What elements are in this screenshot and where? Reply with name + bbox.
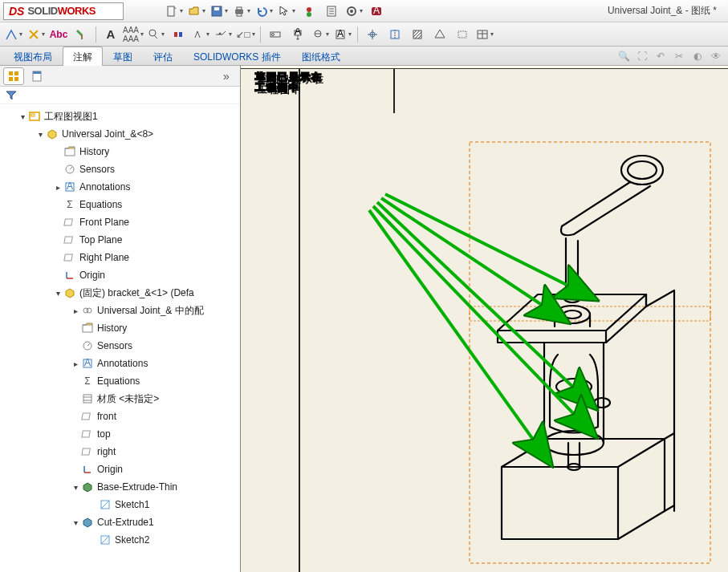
linear-pattern-button[interactable]: AAAAAA	[123, 25, 144, 44]
hide-show-icon[interactable]: 👁	[707, 48, 725, 64]
print-button[interactable]	[231, 2, 252, 20]
datum-target-button[interactable]	[310, 25, 331, 44]
options-button[interactable]	[344, 2, 364, 20]
select-button[interactable]	[276, 2, 297, 20]
tree-annotations[interactable]: ▸AAnnotations	[0, 178, 240, 196]
access-db-icon[interactable]: A	[366, 2, 387, 20]
svg-point-13	[350, 10, 353, 13]
tree-sensors2[interactable]: Sensors	[0, 337, 240, 355]
svg-rect-53	[65, 148, 75, 156]
display-style-icon[interactable]: ◐	[689, 48, 706, 64]
new-button[interactable]	[164, 2, 185, 20]
tree-mates[interactable]: ▸Universal Joint_& 中的配	[0, 302, 240, 319]
svg-rect-2	[214, 7, 219, 10]
tree-sketch1[interactable]: Sketch1	[0, 496, 240, 513]
file-properties-button[interactable]	[321, 2, 342, 20]
svg-point-7	[307, 12, 311, 17]
svg-point-23	[272, 33, 275, 35]
tree-assembly[interactable]: ▾Universal Joint_&<8>	[0, 125, 240, 143]
property-manager-tab[interactable]	[26, 67, 47, 85]
svg-rect-76	[82, 431, 90, 437]
tree-root[interactable]: ▾工程图视图1	[0, 108, 240, 125]
tab-evaluate[interactable]: 评估	[143, 47, 183, 66]
balloon-button[interactable]	[145, 25, 166, 44]
centermark-button[interactable]	[362, 25, 383, 44]
app-logo: DS SOLIDWORKS	[3, 2, 124, 20]
expand-tree-button[interactable]: »	[216, 67, 237, 85]
tree-equations2[interactable]: ΣEquations	[0, 372, 240, 390]
tab-annotate[interactable]: 注解	[63, 47, 103, 66]
undo-button[interactable]	[254, 2, 275, 20]
svg-line-99	[369, 210, 550, 463]
smart-dimension-button[interactable]	[3, 25, 24, 44]
prev-view-icon[interactable]: ↶	[652, 48, 669, 64]
tree-cut-extrude[interactable]: ▾Cut-Extrude1	[0, 513, 240, 531]
svg-rect-59	[64, 219, 72, 225]
surface-finish-button[interactable]	[190, 25, 211, 44]
svg-text:Σ: Σ	[84, 375, 90, 387]
rebuild-button[interactable]	[299, 2, 319, 20]
tree-front[interactable]: front	[0, 408, 240, 425]
revision-cloud-button[interactable]	[452, 25, 473, 44]
drawing-canvas[interactable]: 草图已显示在 工程图中	[241, 66, 728, 572]
tree-right-plane[interactable]: Right Plane	[0, 249, 240, 266]
svg-line-39	[415, 32, 421, 39]
geometric-tolerance-button[interactable]	[265, 25, 286, 44]
tree-base-extrude[interactable]: ▾Base-Extrude-Thin	[0, 478, 240, 496]
tree-origin2[interactable]: Origin	[0, 460, 240, 478]
section-view-icon[interactable]: ✂	[670, 48, 688, 64]
magnetic-line-button[interactable]	[168, 25, 189, 44]
tree-history[interactable]: History	[0, 143, 240, 160]
svg-rect-0	[168, 6, 174, 16]
svg-text:Σ: Σ	[67, 199, 72, 210]
tree-bracket-part[interactable]: ▾(固定) bracket_&<1> (Defa	[0, 284, 240, 302]
open-button[interactable]	[186, 2, 207, 20]
svg-rect-16	[81, 34, 83, 39]
tree-sensors[interactable]: Sensors	[0, 160, 240, 178]
svg-rect-72	[83, 395, 92, 403]
tree-front-plane[interactable]: Front Plane	[0, 213, 240, 231]
note-button[interactable]: A	[100, 25, 121, 44]
tree-sketch2[interactable]: Sketch2	[0, 531, 240, 549]
view-heads-up-toolbar: 🔍 ⛶ ↶ ✂ ◐ 👁	[615, 47, 728, 65]
feature-manager-tab[interactable]	[3, 67, 24, 85]
tab-addins[interactable]: SOLIDWORKS 插件	[183, 47, 291, 66]
tree-top[interactable]: top	[0, 425, 240, 443]
document-title: Universal Joint_& - 图纸 *	[608, 4, 717, 18]
save-button[interactable]	[209, 2, 230, 20]
tree-history2[interactable]: History	[0, 319, 240, 337]
revision-symbol-button[interactable]	[429, 25, 450, 44]
zoom-area-icon[interactable]: ⛶	[633, 48, 651, 64]
tree-material[interactable]: 材质 <未指定>	[0, 390, 240, 408]
area-hatch-button[interactable]	[407, 25, 428, 44]
tree-top-plane[interactable]: Top Plane	[0, 231, 240, 249]
tab-sketch[interactable]: 草图	[103, 47, 143, 66]
svg-text:A: A	[84, 357, 91, 368]
tree-annotations2[interactable]: ▸AAnnotations	[0, 355, 240, 372]
tab-sheet-format[interactable]: 图纸格式	[291, 47, 351, 66]
spell-check-button[interactable]: Abc	[48, 25, 69, 44]
block-button[interactable]: A	[332, 25, 353, 44]
command-manager-tabs: 视图布局 注解 草图 评估 SOLIDWORKS 插件 图纸格式 🔍 ⛶ ↶ ✂…	[0, 47, 728, 66]
svg-line-96	[381, 198, 566, 321]
svg-rect-45	[9, 71, 13, 75]
svg-rect-47	[9, 77, 13, 81]
tree-right[interactable]: right	[0, 443, 240, 460]
tab-view-layout[interactable]: 视图布局	[3, 47, 63, 66]
centerline-button[interactable]	[384, 25, 405, 44]
tables-button[interactable]	[474, 25, 495, 44]
weld-symbol-button[interactable]	[213, 25, 234, 44]
svg-rect-36	[413, 30, 421, 39]
svg-rect-48	[14, 77, 18, 81]
tree-equations[interactable]: ΣEquations	[0, 196, 240, 213]
zoom-fit-icon[interactable]: 🔍	[615, 48, 632, 64]
tree-filter-row	[0, 87, 240, 104]
svg-rect-50	[33, 71, 41, 74]
hole-callout-button[interactable]: ↙□	[235, 25, 256, 44]
tree-origin[interactable]: Origin	[0, 266, 240, 284]
svg-point-91	[544, 431, 604, 455]
filter-icon[interactable]	[5, 89, 18, 102]
datum-feature-button[interactable]: A	[287, 25, 308, 44]
format-painter-button[interactable]	[71, 25, 92, 44]
model-items-button[interactable]	[26, 25, 47, 44]
